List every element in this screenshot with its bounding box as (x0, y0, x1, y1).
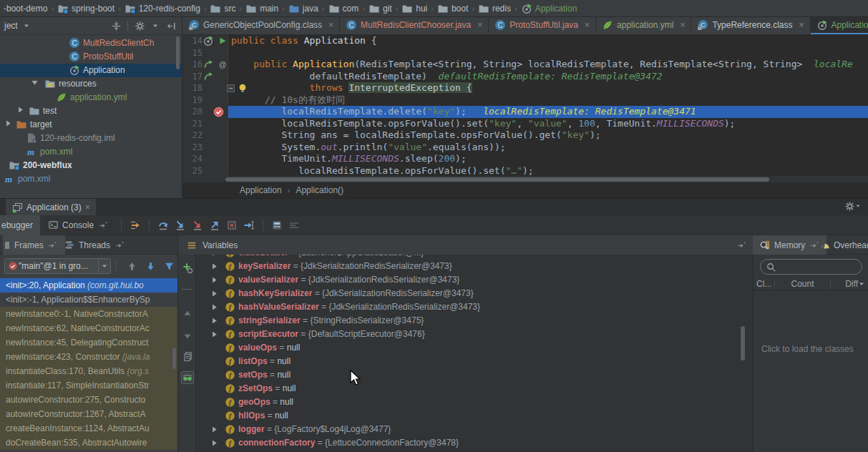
gear-icon[interactable] (134, 20, 145, 31)
tree-item[interactable]: target (0, 118, 182, 132)
breadcrumb-item[interactable]: src (208, 3, 238, 14)
project-tree-scrollbar[interactable] (176, 36, 180, 69)
breakpoint-icon[interactable] (213, 106, 224, 117)
tab-threads[interactable]: Threads * (57, 235, 132, 255)
tree-item[interactable]: test (0, 104, 182, 118)
copy-icon[interactable] (181, 350, 194, 363)
stack-frame[interactable]: autowireConstructor:1267, AbstractA (0, 407, 177, 421)
editor-tab[interactable]: CTypeReference.class× (691, 17, 810, 34)
editor-tab[interactable]: Application.java× (811, 17, 868, 34)
hide-panel-icon[interactable] (165, 20, 177, 31)
gear-icon[interactable] (844, 200, 855, 212)
variable-row[interactable]: fzSetOps = null (197, 382, 748, 396)
variable-row[interactable]: fhashKeySerializer = {JdkSerializationRe… (197, 287, 748, 300)
tree-item[interactable]: mpom.xml (0, 145, 182, 159)
scrollbar-thumb[interactable] (225, 177, 769, 182)
variable-row[interactable]: fscriptExecutor = {DefaultScriptExecutor… (197, 328, 748, 341)
tree-item[interactable]: CProtoStuffUtil (0, 50, 182, 64)
code-line[interactable]: 22 String ans = localRedisTemplate.opsFo… (182, 129, 868, 142)
close-icon[interactable]: × (328, 20, 333, 30)
step-over-icon[interactable] (155, 217, 172, 234)
tree-expand-icon[interactable] (208, 288, 220, 299)
memory-search-input[interactable] (776, 262, 848, 272)
breadcrumb-item[interactable]: hui (399, 3, 429, 14)
drop-frame-icon[interactable] (223, 217, 240, 234)
code-line[interactable]: 19 // 10s的有效时间 (182, 94, 868, 107)
memory-column-class[interactable]: Cl... (754, 279, 775, 289)
caret-down-icon[interactable] (150, 20, 161, 31)
variable-row[interactable]: fclassLoader = {Launcher$AppClassLoader@… (197, 255, 748, 260)
stack-frame[interactable]: <init>:20, Application (com.git.hui.bo (0, 278, 177, 293)
run-to-cursor-icon[interactable] (240, 217, 258, 234)
editor-tab[interactable]: CProtoStuffUtil.java× (489, 17, 596, 34)
project-panel-title[interactable]: ject (4, 21, 18, 31)
show-watches-icon[interactable] (181, 371, 194, 384)
memory-search-box[interactable] (760, 259, 862, 275)
split-icon[interactable] (110, 20, 122, 31)
tree-expand-icon[interactable] (208, 301, 220, 313)
code-line[interactable]: 15 (182, 47, 868, 59)
down-triangle-icon[interactable] (181, 330, 194, 343)
tree-item[interactable]: 200-webflux (0, 159, 182, 172)
tree-item[interactable]: Application (0, 64, 182, 77)
stack-frame[interactable]: doCreateBean:535, AbstractAutowire (0, 436, 177, 450)
stack-frame[interactable]: newInstance:423, Constructor (java.la (0, 350, 177, 364)
at-icon[interactable]: @ (217, 59, 228, 70)
tree-item[interactable]: application.yml (0, 91, 182, 104)
stack-frame[interactable]: autowireConstructor:275, Constructo (0, 393, 177, 407)
breadcrumb-class[interactable]: Application (240, 185, 282, 195)
stack-frame[interactable]: <init>:-1, Application$$EnhancerBySp (0, 293, 177, 307)
memory-column-diff[interactable]: Diff (831, 278, 868, 290)
variable-row[interactable]: fhashValueSerializer = {JdkSerialization… (197, 300, 748, 314)
code-line[interactable]: 16@ public Application(RedisTemplate<Str… (182, 59, 868, 71)
frames-scrollbar[interactable] (172, 348, 176, 369)
tab-console[interactable]: Console * (40, 215, 116, 235)
run-triangle-icon[interactable] (217, 35, 228, 46)
code-line[interactable]: 23 System.out.println("value".equals(ans… (182, 142, 868, 154)
stream-trace-icon[interactable] (286, 217, 303, 234)
tree-expand-icon[interactable] (208, 260, 220, 272)
code-line[interactable]: 14public class Application { (182, 35, 868, 47)
tree-expand-icon[interactable] (208, 423, 220, 435)
code-editor[interactable]: 14public class Application {1516@ public… (182, 35, 868, 182)
code-line[interactable]: 20 localRedisTemplate.delete("key"); loc… (182, 106, 868, 118)
tree-item[interactable]: 120-redis-config.iml (0, 132, 182, 145)
stack-frame[interactable]: newInstance0:-1, NativeConstructorA (0, 307, 177, 321)
breadcrumb-item[interactable]: 120-redis-config (122, 3, 203, 14)
nav-up-icon[interactable] (123, 257, 140, 275)
step-into-icon[interactable] (172, 217, 189, 234)
breadcrumb-item[interactable]: Application (519, 3, 580, 14)
close-icon[interactable]: × (680, 20, 685, 30)
bean-arrow-icon[interactable] (203, 59, 214, 70)
variable-row[interactable]: fconnectionFactory = {LettuceConnectionF… (197, 436, 748, 450)
code-line[interactable]: 18 throws InterruptedException { (182, 82, 868, 94)
variable-row[interactable]: fstringSerializer = {StringRedisSerializ… (197, 314, 748, 328)
variable-row[interactable]: fvalueOps = null (197, 341, 748, 355)
code-line[interactable]: 17 defaultRedisTemplate) defaultRedisTem… (182, 71, 868, 83)
debug-session-tab[interactable]: Application (3) × (6, 199, 96, 215)
tree-expand-icon[interactable] (208, 255, 220, 258)
editor-tab[interactable]: application.yml× (596, 17, 691, 34)
tree-expand-icon[interactable] (16, 105, 25, 119)
breadcrumb-item[interactable]: spring-boot (55, 3, 117, 14)
variables-scrollbar[interactable] (741, 326, 745, 360)
variable-row[interactable]: flistOps = null (197, 355, 748, 368)
code-line[interactable]: 24 TimeUnit.MILLISECONDS.sleep(200); (182, 153, 868, 165)
tree-item[interactable]: resources (0, 77, 182, 91)
breadcrumb-method[interactable]: Application() (296, 185, 343, 195)
step-out-icon[interactable] (206, 217, 223, 234)
editor-tab[interactable]: CMultRedisClientChooser.java× (340, 17, 489, 34)
stack-frame[interactable]: newInstance:62, NativeConstructorAc (0, 321, 177, 335)
breadcrumb-item[interactable]: main (243, 3, 281, 14)
evaluate-expression-icon[interactable] (268, 217, 286, 234)
close-icon[interactable]: × (85, 202, 90, 212)
spring-run-icon[interactable] (203, 35, 214, 46)
breadcrumb-item[interactable]: java (286, 3, 321, 14)
close-icon[interactable]: × (585, 20, 590, 30)
stack-frame[interactable]: instantiateClass:170, BeanUtils (org.s (0, 364, 177, 378)
variable-row[interactable]: fsetOps = null (197, 368, 748, 382)
tree-expand-icon[interactable] (208, 437, 220, 448)
caret-down-icon[interactable] (855, 200, 861, 212)
variable-row[interactable]: fhllOps = null (197, 409, 748, 423)
thread-selector-dropdown[interactable]: "main"@1 in gro... (4, 258, 111, 274)
